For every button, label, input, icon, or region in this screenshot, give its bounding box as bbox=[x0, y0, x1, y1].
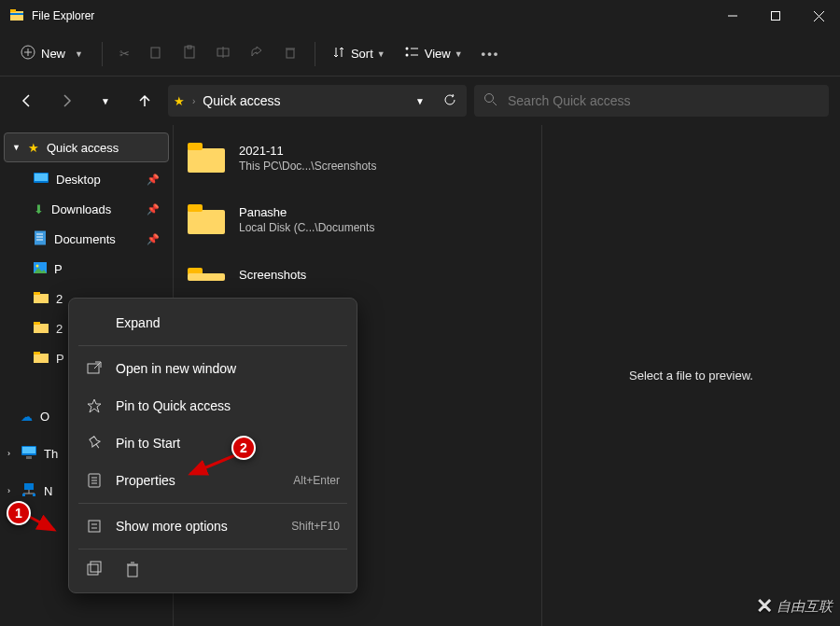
desktop-icon bbox=[34, 173, 49, 187]
ctx-open-new-window[interactable]: Open in new window bbox=[73, 350, 353, 387]
svg-rect-10 bbox=[151, 48, 160, 58]
plus-icon bbox=[21, 45, 35, 63]
svg-line-67 bbox=[190, 455, 235, 474]
file-item[interactable]: Screenshots bbox=[179, 259, 536, 289]
svg-line-22 bbox=[493, 102, 497, 105]
ctx-expand[interactable]: Expand bbox=[73, 304, 353, 341]
ctx-show-more[interactable]: Show more options Shift+F10 bbox=[73, 508, 353, 545]
back-button[interactable] bbox=[11, 85, 43, 117]
sidebar-label: Desktop bbox=[56, 173, 101, 187]
address-bar[interactable]: ★ › Quick access ▼ bbox=[168, 85, 467, 117]
ctx-pin-quick-access[interactable]: Pin to Quick access bbox=[73, 387, 353, 424]
titlebar-left: File Explorer bbox=[9, 7, 94, 25]
file-item[interactable]: Panashe Local Disk (C...\Documents bbox=[179, 198, 536, 241]
explorer-icon bbox=[9, 7, 24, 25]
paste-button[interactable] bbox=[175, 37, 204, 71]
svg-rect-38 bbox=[22, 447, 35, 453]
sidebar-label: O bbox=[40, 410, 49, 424]
separator bbox=[315, 42, 315, 66]
trash-icon bbox=[283, 45, 298, 63]
separator bbox=[78, 503, 347, 504]
search-input[interactable] bbox=[508, 93, 819, 108]
svg-rect-31 bbox=[34, 294, 49, 303]
chevron-down-icon: ▼ bbox=[12, 143, 21, 152]
pictures-icon bbox=[34, 262, 47, 276]
svg-line-66 bbox=[26, 515, 54, 530]
new-label: New bbox=[41, 47, 65, 61]
search-box[interactable] bbox=[474, 85, 829, 117]
sidebar-item-downloads[interactable]: ⬇ Downloads 📌 bbox=[0, 194, 173, 224]
folder-icon bbox=[187, 265, 226, 284]
sidebar-label: Th bbox=[44, 447, 58, 461]
svg-rect-24 bbox=[35, 174, 48, 181]
command-bar: New ▼ ✂ Sort ▼ View ▼ ••• bbox=[0, 32, 840, 77]
sidebar-item-desktop[interactable]: Desktop 📌 bbox=[0, 164, 173, 194]
sidebar-label: Downloads bbox=[51, 202, 111, 216]
watermark-text: 自由互联 bbox=[777, 598, 833, 616]
annotation-badge-1: 1 bbox=[7, 501, 31, 525]
svg-point-30 bbox=[36, 264, 39, 267]
trash-icon[interactable] bbox=[125, 561, 140, 580]
svg-rect-47 bbox=[188, 210, 225, 234]
chevron-right-icon: › bbox=[7, 449, 10, 458]
forward-button[interactable] bbox=[50, 85, 82, 117]
svg-rect-1 bbox=[10, 9, 16, 12]
watermark-logo: ✕ bbox=[756, 594, 773, 619]
more-button[interactable]: ••• bbox=[474, 37, 508, 71]
svg-rect-36 bbox=[34, 352, 40, 355]
rename-button[interactable] bbox=[208, 37, 238, 71]
ctx-label: Properties bbox=[116, 473, 175, 488]
sidebar-quick-access[interactable]: ▼ ★ Quick access bbox=[4, 132, 169, 162]
star-icon: ★ bbox=[174, 94, 185, 108]
watermark: ✕ 自由互联 bbox=[756, 594, 833, 619]
cut-button[interactable]: ✂ bbox=[112, 37, 137, 71]
svg-rect-58 bbox=[89, 521, 100, 532]
copy-path-icon[interactable] bbox=[86, 561, 103, 580]
svg-rect-61 bbox=[88, 564, 98, 575]
ctx-shortcut: Shift+F10 bbox=[291, 520, 340, 533]
file-text: Screenshots bbox=[239, 268, 306, 282]
address-separator: › bbox=[192, 96, 195, 106]
copy-button[interactable] bbox=[141, 37, 171, 71]
svg-point-21 bbox=[485, 93, 494, 102]
sidebar-label: P bbox=[54, 262, 63, 276]
folder-icon bbox=[187, 203, 226, 235]
separator bbox=[78, 345, 347, 346]
new-button[interactable]: New ▼ bbox=[11, 37, 92, 71]
address-dropdown[interactable]: ▼ bbox=[409, 96, 431, 106]
recent-button[interactable]: ▼ bbox=[90, 85, 121, 117]
pin-icon: 📌 bbox=[147, 203, 160, 216]
svg-rect-39 bbox=[26, 456, 32, 459]
folder-icon bbox=[187, 142, 226, 174]
delete-button[interactable] bbox=[275, 37, 305, 71]
sidebar-label: P bbox=[56, 352, 64, 366]
view-button[interactable]: View ▼ bbox=[397, 37, 470, 71]
sidebar-item-documents[interactable]: Documents 📌 bbox=[0, 224, 173, 254]
separator bbox=[102, 42, 103, 66]
svg-rect-63 bbox=[128, 565, 137, 577]
sidebar-label: N bbox=[44, 484, 52, 498]
chevron-down-icon: ▼ bbox=[75, 49, 83, 59]
chevron-right-icon: › bbox=[7, 486, 10, 495]
svg-rect-45 bbox=[188, 148, 225, 173]
file-item[interactable]: 2021-11 This PC\Doc...\Screenshots bbox=[179, 136, 536, 179]
svg-rect-46 bbox=[188, 143, 203, 150]
maximize-button[interactable] bbox=[754, 0, 797, 32]
minimize-button[interactable] bbox=[711, 0, 754, 32]
svg-point-17 bbox=[405, 48, 408, 50]
download-icon: ⬇ bbox=[34, 202, 44, 216]
close-button[interactable] bbox=[797, 0, 840, 32]
annotation-badge-2: 2 bbox=[231, 436, 256, 460]
chevron-down-icon: ▼ bbox=[377, 49, 385, 59]
sidebar-item-truncated[interactable]: P bbox=[0, 254, 173, 284]
svg-rect-43 bbox=[22, 494, 25, 496]
file-name: Screenshots bbox=[239, 268, 306, 282]
refresh-button[interactable] bbox=[439, 93, 461, 109]
sidebar-label: Documents bbox=[54, 232, 116, 246]
svg-point-19 bbox=[405, 54, 408, 57]
svg-rect-34 bbox=[34, 322, 40, 325]
share-icon bbox=[249, 45, 264, 63]
sort-button[interactable]: Sort ▼ bbox=[325, 37, 393, 71]
up-button[interactable] bbox=[129, 85, 161, 117]
share-button[interactable] bbox=[242, 37, 272, 71]
